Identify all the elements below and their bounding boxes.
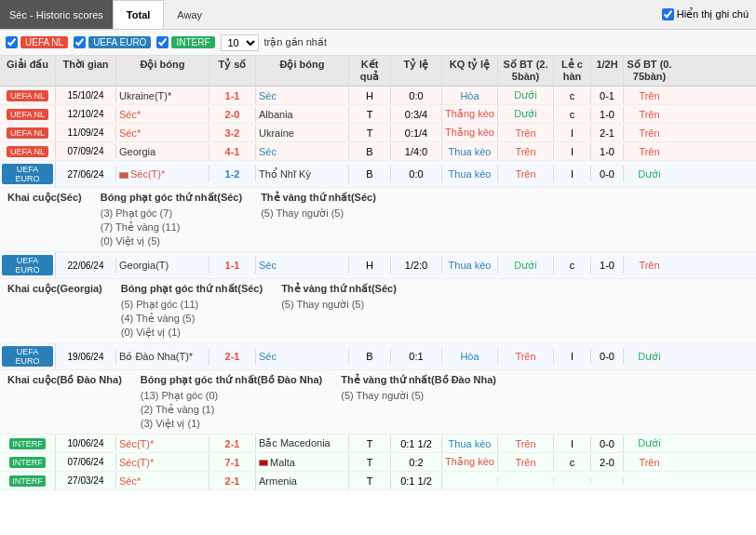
cell-bt075: Trên xyxy=(624,454,675,471)
cell-bt: Trên xyxy=(498,125,554,141)
cell-bt: Trên xyxy=(498,143,554,160)
table-row[interactable]: UEFA NL 15/10/24 Ukraine(T)* 1-1 Séc H 0… xyxy=(0,87,756,105)
cell-team1: Séc(T)* xyxy=(116,166,209,182)
tab-total[interactable]: Total xyxy=(113,0,164,29)
cell-result: B xyxy=(349,348,391,365)
cell-date: 11/09/24 xyxy=(56,125,116,140)
filter-bar: UEFA NL UEFA EURO INTERF 10 20 30 trận g… xyxy=(0,30,756,56)
table-row[interactable]: INTERF 10/06/24 Séc(T)* 2-1 Bắc Macedoni… xyxy=(0,435,756,453)
cell-date: 27/06/24 xyxy=(56,167,116,182)
cell-score: 1-1 xyxy=(209,257,256,274)
cell-team1: Georgia xyxy=(116,143,209,160)
cell-lec xyxy=(554,478,591,484)
cell-league: UEFA NL xyxy=(0,87,56,104)
cell-score: 7-1 xyxy=(209,454,256,471)
cell-team2: Ukraine xyxy=(256,125,349,141)
cell-team2: Armenia xyxy=(256,473,349,489)
count-select[interactable]: 10 20 30 xyxy=(221,34,259,51)
cell-result: T xyxy=(349,473,391,489)
table-row[interactable]: INTERF 27/03/24 Séc* 2-1 Armenia T 0:1 1… xyxy=(0,472,756,490)
historic-scores-label: Séc - Historic scores xyxy=(0,0,113,29)
cell-league: UEFA EURO xyxy=(0,252,56,278)
cell-date: 07/06/24 xyxy=(56,454,116,470)
filter-uefa-nl[interactable]: UEFA NL xyxy=(6,36,68,48)
cell-league: UEFA EURO xyxy=(0,343,56,369)
cell-bt: Trên xyxy=(498,454,554,471)
cell-bt: Trên xyxy=(498,166,554,182)
cell-score: 2-1 xyxy=(209,348,256,365)
cell-bt075: Trên xyxy=(624,143,675,160)
table-row[interactable]: UEFA EURO 27/06/24 Séc(T)* 1-2 Thổ Nhĩ K… xyxy=(0,161,756,188)
filter-interf[interactable]: INTERF xyxy=(156,36,214,48)
cell-league: UEFA NL xyxy=(0,142,56,160)
cell-bt075: Dưới xyxy=(624,166,675,183)
cell-score: 2-1 xyxy=(209,435,256,452)
tab-away[interactable]: Away xyxy=(164,0,215,29)
expand-col1: Khai cuộc(Séc) xyxy=(7,192,82,247)
cell-bt075: Trên xyxy=(624,106,675,123)
cell-odds-result: Thắng kèo xyxy=(442,105,498,123)
cell-half: 1-0 xyxy=(591,143,624,160)
expand-col2: Bóng phạt góc thứ nhất(Séc) (3) Phạt góc… xyxy=(101,192,242,247)
cell-half: 2-1 xyxy=(591,125,624,141)
cell-score: 2-1 xyxy=(209,473,256,489)
table-row[interactable]: UEFA EURO 22/06/24 Georgia(T) 1-1 Séc H … xyxy=(0,252,756,279)
cell-bt075: Dưới xyxy=(624,435,675,452)
col-bt2: Số BT (2. 5bàn) xyxy=(498,56,554,86)
cell-odds: 0:0 xyxy=(391,166,442,182)
cell-league: UEFA EURO xyxy=(0,161,56,187)
recent-label: trận gần nhất xyxy=(264,36,327,48)
cell-half: 2-0 xyxy=(591,454,624,471)
cell-lec: I xyxy=(554,125,591,141)
col-bt075: Số BT (0. 75bàn) xyxy=(624,56,675,86)
col-odds: Tỷ lệ xyxy=(391,56,442,86)
table-header: Giải đấu Thời gian Đội bóng Tỷ số Đội bó… xyxy=(0,56,756,87)
expand-row: Khai cuộc(Bồ Đào Nha) Bóng phạt góc thứ … xyxy=(0,370,756,435)
cell-bt xyxy=(498,478,554,484)
table-row[interactable]: UEFA NL 11/09/24 Séc* 3-2 Ukraine T 0:1/… xyxy=(0,124,756,142)
table-row[interactable]: UEFA NL 07/09/24 Georgia 4-1 Séc B 1/4:0… xyxy=(0,142,756,161)
cell-league: INTERF xyxy=(0,472,56,489)
col-team2: Đội bóng xyxy=(256,56,349,86)
top-bar: Séc - Historic scores Total Away Hiển th… xyxy=(0,0,756,30)
cell-league: UEFA NL xyxy=(0,124,56,141)
cell-score: 2-0 xyxy=(209,106,256,123)
filter-uefa-euro[interactable]: UEFA EURO xyxy=(74,36,151,48)
cell-bt: Dưới xyxy=(498,105,554,123)
cell-team2: Albania xyxy=(256,106,349,123)
expand-col1: Khai cuộc(Bồ Đào Nha) xyxy=(7,374,122,430)
cell-result: T xyxy=(349,435,391,452)
table-body: UEFA NL 15/10/24 Ukraine(T)* 1-1 Séc H 0… xyxy=(0,87,756,490)
cell-bt075: Trên xyxy=(624,87,675,104)
cell-team2: Séc xyxy=(256,257,349,274)
top-right-options: Hiển thị ghi chú xyxy=(662,8,756,20)
cell-bt075 xyxy=(624,478,675,484)
cell-team2: Bắc Macedonia xyxy=(256,435,349,452)
cell-date: 27/03/24 xyxy=(56,473,116,488)
cell-league: UEFA NL xyxy=(0,105,56,123)
cell-odds-result: Thua kèo xyxy=(442,143,498,160)
cell-odds-result xyxy=(442,478,498,484)
cell-result: H xyxy=(349,257,391,274)
cell-league: INTERF xyxy=(0,453,56,471)
show-notes-checkbox[interactable]: Hiển thị ghi chú xyxy=(662,8,749,20)
cell-score: 1-2 xyxy=(209,166,256,182)
cell-bt075: Dưới xyxy=(624,348,675,366)
table-row[interactable]: UEFA NL 12/10/24 Séc* 2-0 Albania T 0:3/… xyxy=(0,105,756,124)
cell-odds-result: Thua kèo xyxy=(442,435,498,452)
cell-odds-result: Hòa xyxy=(442,348,498,365)
table-row[interactable]: UEFA EURO 19/06/24 Bồ Đào Nha(T)* 2-1 Sé… xyxy=(0,343,756,370)
cell-odds-result: Thua kèo xyxy=(442,166,498,182)
cell-odds: 0:0 xyxy=(391,87,442,104)
cell-lec: I xyxy=(554,143,591,160)
cell-odds-result: Thắng kèo xyxy=(442,453,498,471)
cell-bt075: Trên xyxy=(624,257,675,274)
expand-col3: Thẻ vàng thứ nhất(Séc) (5) Thay người (5… xyxy=(281,283,397,339)
cell-bt: Trên xyxy=(498,435,554,452)
table-row[interactable]: INTERF 07/06/24 Séc(T)* 7-1 Malta T 0:2 … xyxy=(0,453,756,472)
cell-bt: Dưới xyxy=(498,87,554,104)
cell-result: T xyxy=(349,454,391,471)
cell-team2: Malta xyxy=(256,454,349,471)
cell-team2: Séc xyxy=(256,348,349,365)
cell-lec: c xyxy=(554,257,591,274)
